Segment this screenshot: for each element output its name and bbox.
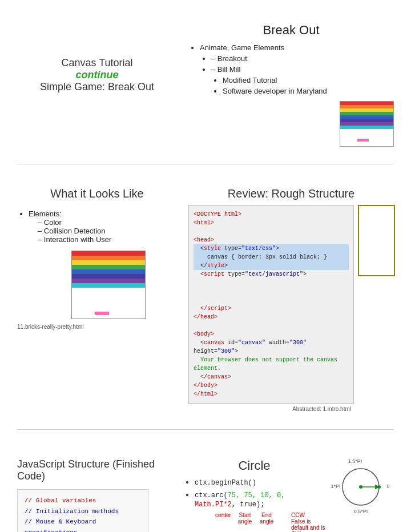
top-section: Canvas Tutorial continue Simple Game: Br… bbox=[0, 0, 411, 158]
divider-2 bbox=[17, 429, 394, 430]
end-angle-label: Endangle bbox=[258, 512, 275, 532]
svg-text:1*PI: 1*PI bbox=[331, 483, 341, 489]
top-right: Break Out Animate, Game Elements Breakou… bbox=[177, 23, 394, 147]
elements-item: Elements: Color Collision Detection Inte… bbox=[29, 209, 177, 244]
breakout-item: Breakout bbox=[211, 54, 394, 63]
bottom-right: Circle ctx.beginPath() ctx.arc(75, 75, 1… bbox=[172, 458, 394, 532]
center-label: center bbox=[215, 512, 232, 532]
js-structure-title: JavaScript Structure (Finished Code) bbox=[17, 458, 172, 482]
bottom-left: JavaScript Structure (Finished Code) // … bbox=[17, 458, 172, 532]
code-box: <DOCTYPE html> <html> <head> <style type… bbox=[188, 205, 354, 404]
elements-list: Elements: Color Collision Detection Inte… bbox=[17, 209, 177, 244]
code-canvas-preview bbox=[358, 205, 395, 276]
start-angle-label: Startangle bbox=[236, 512, 253, 532]
break-out-title: Break Out bbox=[188, 23, 394, 38]
circle-content: Circle ctx.beginPath() ctx.arc(75, 75, 1… bbox=[183, 458, 325, 532]
filename-note: 11.bricks-really-pretty.html bbox=[17, 324, 177, 330]
svg-text:0: 0 bbox=[386, 483, 389, 489]
begin-path-item: ctx.beginPath() bbox=[195, 478, 325, 487]
svg-text:0.5*PI: 0.5*PI bbox=[354, 509, 368, 514]
ccw-label: CCWFalse is default and is CW bbox=[280, 512, 325, 532]
modified-tutorial-item: Modified Tutorial bbox=[223, 76, 394, 84]
interaction-item: Interaction with User bbox=[38, 235, 177, 244]
simple-game-label: Simple Game: Break Out bbox=[17, 81, 177, 93]
what-it-looks-like-title: What it Looks Like bbox=[17, 187, 177, 200]
middle-right: Review: Rough Structure <DOCTYPE html> <… bbox=[177, 187, 394, 412]
circle-diagram: 1.5*PI 1*PI 0 0.5*PI bbox=[331, 458, 394, 517]
animate-item: Animate, Game Elements bbox=[200, 43, 394, 52]
svg-text:1.5*PI: 1.5*PI bbox=[348, 458, 362, 464]
top-left: Canvas Tutorial continue Simple Game: Br… bbox=[17, 23, 177, 147]
middle-section: What it Looks Like Elements: Color Colli… bbox=[0, 176, 411, 424]
color-item: Color bbox=[38, 218, 177, 227]
collision-item: Collision Detection bbox=[38, 227, 177, 235]
abstracted-note: Abstracted: 1.intro.html bbox=[188, 406, 394, 412]
review-title: Review: Rough Structure bbox=[188, 187, 394, 200]
comment-3: // Mouse & Keyboard specifications bbox=[25, 517, 141, 532]
continue-label: continue bbox=[17, 69, 177, 81]
comment-1: // Global variables bbox=[25, 495, 141, 506]
breakout-screenshot bbox=[340, 101, 394, 147]
svg-point-6 bbox=[377, 485, 381, 489]
billmill-item: Bill Mill bbox=[211, 65, 394, 74]
comment-2: // Initialization methods bbox=[25, 506, 141, 517]
circle-title: Circle bbox=[183, 458, 325, 473]
circle-list: ctx.beginPath() ctx.arc(75, 75, 10, 0, M… bbox=[183, 478, 325, 509]
software-dev-item: Software developer in Maryland bbox=[223, 87, 394, 95]
divider-1 bbox=[17, 164, 394, 164]
game-canvas-preview bbox=[71, 251, 146, 319]
circle-svg: 1.5*PI 1*PI 0 0.5*PI bbox=[331, 458, 394, 515]
bottom-section: JavaScript Structure (Finished Code) // … bbox=[0, 441, 411, 532]
canvas-tutorial-label: Canvas Tutorial bbox=[17, 57, 177, 69]
arc-item: ctx.arc(75, 75, 10, 0, Math.PI*2, true); bbox=[195, 490, 325, 509]
middle-left: What it Looks Like Elements: Color Colli… bbox=[17, 187, 177, 412]
js-code-box: // Global variables // Initialization me… bbox=[17, 489, 148, 532]
